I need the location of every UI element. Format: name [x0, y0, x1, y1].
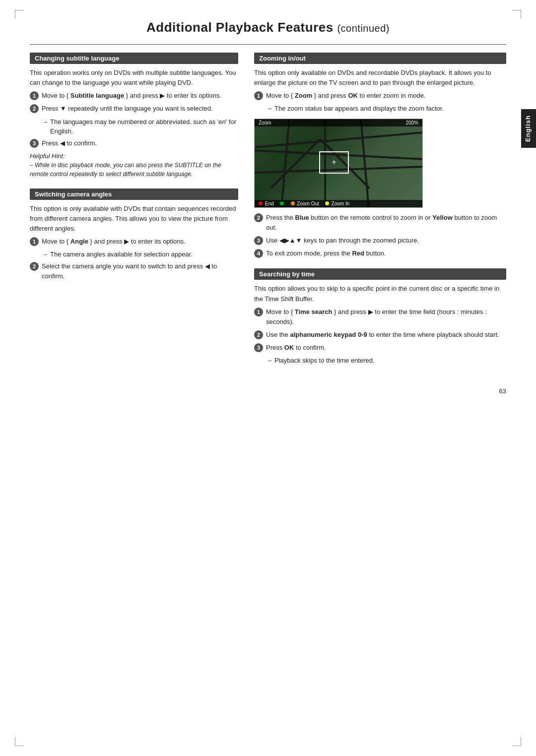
step-2-content: Press ▼ repeatedly until the language yo… — [42, 104, 213, 114]
dot-green — [280, 201, 284, 205]
searching-section: Searching by time This option allows you… — [254, 268, 506, 365]
zoom-controls-bar: End Zoom Out Zoom In — [255, 200, 422, 207]
zoom-bold: Zoom — [295, 92, 312, 99]
alphanumeric-bold: alphanumeric keypad 0-9 — [290, 331, 367, 338]
arrow-note-text-1: The languages may be numbered or abbrevi… — [50, 117, 238, 136]
zoom-step-num-1: 1 — [254, 91, 263, 100]
zoom-image: Zoom 200% + End Zoom Out — [254, 119, 423, 208]
search-arrow-note-1: → Playback skips to the time entered. — [266, 356, 506, 366]
zoom-label-right: 200% — [405, 120, 418, 126]
subtitle-step-1: 1 Move to { Subtitle language } and pres… — [30, 91, 238, 101]
camera-arrow-text-1: The camera angles available for selectio… — [50, 250, 193, 259]
subtitle-arrow-note-1: → The languages may be numbered or abbre… — [42, 117, 238, 136]
search-step-3: 3 Press OK to confirm. — [254, 343, 506, 353]
zoom-step-2: 2 Press the Blue button on the remote co… — [254, 213, 506, 233]
zooming-header: Zooming in/out — [254, 53, 506, 64]
ok-bold-1: OK — [348, 92, 358, 99]
beam-v1 — [280, 119, 290, 207]
dot-red — [259, 201, 263, 205]
subtitle-intro: This operation works only on DVDs with m… — [30, 68, 238, 88]
zoom-selection-box: + — [319, 151, 349, 174]
camera-step-1: 1 Move to { Angle } and press ▶ to enter… — [30, 237, 238, 247]
ctrl-green — [280, 201, 285, 206]
step-num-2: 2 — [30, 104, 39, 113]
zoom-bar: Zoom 200% — [255, 119, 422, 126]
zoom-step-2-content: Press the Blue button on the remote cont… — [266, 213, 506, 233]
zoom-arrow-text-1: The zoom status bar appears and displays… — [274, 104, 444, 114]
search-step-num-1: 1 — [254, 308, 263, 316]
helpful-hint-title: Helpful Hint: — [30, 152, 238, 160]
camera-arrow-note-1: → The camera angles available for select… — [42, 250, 238, 259]
page-title: Additional Playback Features (continued) — [30, 20, 506, 35]
arrow-symbol-1: → — [42, 117, 48, 127]
english-tab: English — [521, 109, 536, 148]
zoom-step-3: 3 Use ◀▶▲▼ keys to pan through the zoome… — [254, 236, 506, 246]
yellow-bold: Yellow — [432, 214, 452, 221]
blue-bold: Blue — [295, 214, 309, 221]
camera-arrow-symbol-1: → — [42, 250, 48, 259]
search-step-1: 1 Move to { Time search } and press ▶ to… — [254, 307, 506, 327]
ok-bold-2: OK — [284, 344, 294, 351]
corner-mark-br — [512, 737, 521, 746]
main-content: Changing subtitle language This operatio… — [30, 53, 506, 376]
beam-h1 — [255, 131, 422, 148]
ctrl-zoom-in: Zoom In — [325, 201, 349, 206]
subtitle-step-2: 2 Press ▼ repeatedly until the language … — [30, 104, 238, 114]
title-divider — [30, 44, 506, 45]
subtitle-language-body: This operation works only on DVDs with m… — [30, 68, 238, 179]
ctrl-end: End — [259, 201, 274, 206]
zoom-step-num-3: 3 — [254, 236, 263, 245]
zoom-crosshair: + — [332, 158, 336, 167]
left-column: Changing subtitle language This operatio… — [30, 53, 238, 376]
camera-angles-section: Switching camera angles This option is o… — [30, 189, 238, 281]
camera-step-2-content: Select the camera angle you want to swit… — [42, 261, 238, 281]
zoom-step-4-content: To exit zoom mode, press the Red button. — [266, 249, 386, 258]
step-num-1: 1 — [30, 91, 39, 100]
ctrl-zoom-out: Zoom Out — [291, 201, 319, 206]
search-arrow-text-1: Playback skips to the time entered. — [274, 356, 375, 366]
zoom-step-1-content: Move to { Zoom } and press OK to enter z… — [266, 91, 426, 101]
camera-angles-body: This option is only available with DVDs … — [30, 204, 238, 281]
searching-body: This option allows you to skip to a spec… — [254, 284, 506, 365]
time-search-bold: Time search — [295, 308, 333, 315]
searching-header: Searching by time — [254, 268, 506, 280]
camera-step-1-content: Move to { Angle } and press ▶ to enter i… — [42, 237, 186, 247]
zoom-step-num-2: 2 — [254, 213, 263, 222]
search-step-2-content: Use the alphanumeric keypad 0-9 to enter… — [266, 330, 499, 340]
dot-orange — [291, 201, 295, 205]
search-step-2: 2 Use the alphanumeric keypad 0-9 to ent… — [254, 330, 506, 340]
subtitle-step-3: 3 Press ◀ to confirm. — [30, 138, 238, 148]
step-1-content: Move to { Subtitle language } and press … — [42, 91, 221, 101]
search-arrow-symbol-1: → — [266, 356, 272, 366]
camera-step-num-2: 2 — [30, 262, 39, 271]
search-step-num-2: 2 — [254, 330, 263, 339]
zoom-step-num-4: 4 — [254, 249, 263, 258]
angle-bold: Angle — [70, 238, 88, 245]
searching-intro: This option allows you to skip to a spec… — [254, 284, 506, 304]
zoom-step-1: 1 Move to { Zoom } and press OK to enter… — [254, 91, 506, 101]
camera-step-num-1: 1 — [30, 237, 39, 246]
corner-mark-tr — [512, 10, 521, 19]
subtitle-language-bold: Subtitle language — [70, 92, 124, 99]
subtitle-language-header: Changing subtitle language — [30, 53, 238, 64]
camera-intro: This option is only available with DVDs … — [30, 204, 238, 234]
zooming-intro: This option only available on DVDs and r… — [254, 68, 506, 88]
zoom-label-left: Zoom — [259, 120, 271, 126]
corner-mark-tl — [15, 10, 24, 19]
corner-mark-bl — [15, 737, 24, 746]
page-wrapper: English Additional Playback Features (co… — [0, 0, 536, 756]
step-num-3: 3 — [30, 139, 39, 148]
beam-v3 — [360, 119, 369, 207]
zoom-image-inner: Zoom 200% + End Zoom Out — [255, 119, 422, 207]
red-bold: Red — [352, 250, 364, 257]
right-column: Zooming in/out This option only availabl… — [254, 53, 506, 376]
search-step-3-content: Press OK to confirm. — [266, 343, 326, 353]
page-number: 63 — [30, 387, 506, 395]
step-3-content: Press ◀ to confirm. — [42, 138, 97, 148]
zoom-step-4: 4 To exit zoom mode, press the Red butto… — [254, 249, 506, 258]
zooming-section: Zooming in/out This option only availabl… — [254, 53, 506, 258]
search-step-num-3: 3 — [254, 343, 263, 352]
zoom-arrow-note-1: → The zoom status bar appears and displa… — [266, 104, 506, 114]
subtitle-language-section: Changing subtitle language This operatio… — [30, 53, 238, 179]
zoom-arrow-symbol-1: → — [266, 104, 272, 114]
